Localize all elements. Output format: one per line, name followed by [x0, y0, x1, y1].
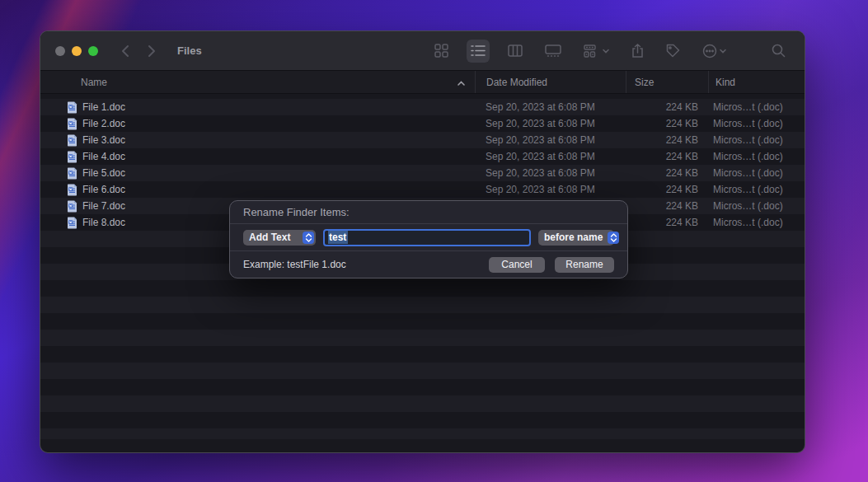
file-name: File 4.doc: [82, 151, 125, 162]
example-text: Example: testFile 1.doc: [243, 259, 346, 270]
file-kind: Micros…t (.doc): [708, 217, 805, 228]
file-date-modified: Sep 20, 2023 at 6:08 PM: [475, 151, 626, 162]
file-size: 224 KB: [626, 200, 708, 212]
group-by-icon[interactable]: [579, 40, 613, 63]
file-size: 224 KB: [626, 151, 708, 162]
traffic-lights: [55, 46, 98, 56]
share-icon[interactable]: [627, 40, 648, 63]
sort-ascending-icon: [457, 77, 465, 88]
file-kind: Micros…t (.doc): [708, 101, 805, 113]
table-row[interactable]: File 2.doc Sep 20, 2023 at 6:08 PM 224 K…: [40, 115, 805, 132]
cancel-button[interactable]: Cancel: [489, 257, 545, 273]
file-size: 224 KB: [626, 101, 708, 113]
selected-text: test: [328, 231, 348, 244]
forward-icon[interactable]: [148, 44, 156, 58]
column-header-row: Name Date Modified Size Kind: [40, 70, 805, 94]
word-doc-icon: [67, 184, 77, 196]
rename-action-select[interactable]: Add Text: [243, 230, 316, 246]
rename-finder-items-dialog: Rename Finder Items: Add Text test befor…: [229, 200, 628, 278]
file-date-modified: Sep 20, 2023 at 6:08 PM: [475, 101, 626, 113]
file-kind: Micros…t (.doc): [708, 118, 805, 129]
file-date-modified: Sep 20, 2023 at 6:08 PM: [475, 134, 626, 146]
word-doc-icon: [67, 217, 77, 229]
table-row[interactable]: File 5.doc Sep 20, 2023 at 6:08 PM 224 K…: [40, 165, 805, 181]
title-bar: Files: [40, 31, 805, 70]
word-doc-icon: [67, 167, 77, 180]
table-row[interactable]: File 1.doc Sep 20, 2023 at 6:08 PM 224 K…: [40, 99, 805, 115]
stepper-icon: [608, 232, 619, 244]
table-row[interactable]: File 3.doc Sep 20, 2023 at 6:08 PM 224 K…: [40, 132, 805, 148]
close-button[interactable]: [55, 46, 65, 56]
column-header-date-modified[interactable]: Date Modified: [475, 71, 626, 93]
dialog-title: Rename Finder Items:: [230, 201, 627, 224]
file-name: File 8.doc: [82, 217, 125, 228]
file-kind: Micros…t (.doc): [708, 200, 805, 212]
word-doc-icon: [67, 101, 77, 114]
minimize-button[interactable]: [72, 46, 82, 56]
table-row[interactable]: File 4.doc Sep 20, 2023 at 6:08 PM 224 K…: [40, 148, 805, 165]
toolbar-buttons: [430, 40, 790, 63]
file-name: File 7.doc: [82, 200, 125, 212]
list-view-icon[interactable]: [467, 40, 490, 63]
rename-button[interactable]: Rename: [555, 257, 614, 273]
window-title: Files: [177, 44, 202, 57]
nav-controls: [121, 44, 156, 58]
file-kind: Micros…t (.doc): [708, 167, 805, 179]
file-date-modified: Sep 20, 2023 at 6:08 PM: [475, 118, 626, 129]
icon-view-icon[interactable]: [430, 40, 453, 63]
more-icon[interactable]: [698, 40, 730, 63]
word-doc-icon: [67, 134, 77, 147]
file-date-modified: Sep 20, 2023 at 6:08 PM: [475, 167, 626, 179]
file-date-modified: Sep 20, 2023 at 6:08 PM: [475, 184, 626, 195]
gallery-view-icon[interactable]: [541, 40, 565, 63]
file-size: 224 KB: [626, 184, 708, 195]
word-doc-icon: [67, 118, 77, 130]
word-doc-icon: [67, 151, 77, 163]
file-name: File 3.doc: [82, 134, 125, 146]
tags-icon[interactable]: [662, 40, 684, 63]
file-size: 224 KB: [626, 217, 708, 228]
dialog-footer: Example: testFile 1.doc Cancel Rename: [230, 250, 627, 278]
column-header-kind[interactable]: Kind: [708, 71, 805, 93]
rename-position-select[interactable]: before name: [538, 230, 614, 246]
dialog-controls: Add Text test before name: [230, 224, 627, 250]
column-view-icon[interactable]: [504, 40, 527, 63]
search-icon[interactable]: [767, 40, 790, 63]
column-header-name[interactable]: Name: [40, 71, 475, 93]
file-name: File 1.doc: [82, 101, 125, 113]
file-size: 224 KB: [626, 167, 708, 179]
word-doc-icon: [67, 200, 77, 213]
zoom-button[interactable]: [88, 46, 98, 56]
rename-text-input[interactable]: test: [323, 229, 531, 246]
column-header-size[interactable]: Size: [626, 71, 708, 93]
file-name: File 6.doc: [82, 184, 125, 195]
file-size: 224 KB: [626, 118, 708, 129]
back-icon[interactable]: [121, 44, 129, 58]
stepper-icon: [303, 232, 314, 244]
file-kind: Micros…t (.doc): [708, 134, 805, 146]
file-size: 224 KB: [626, 134, 708, 146]
table-row[interactable]: File 6.doc Sep 20, 2023 at 6:08 PM 224 K…: [40, 181, 805, 198]
file-name: File 5.doc: [82, 167, 125, 179]
file-name: File 2.doc: [82, 118, 125, 129]
file-kind: Micros…t (.doc): [708, 184, 805, 195]
file-kind: Micros…t (.doc): [708, 151, 805, 162]
